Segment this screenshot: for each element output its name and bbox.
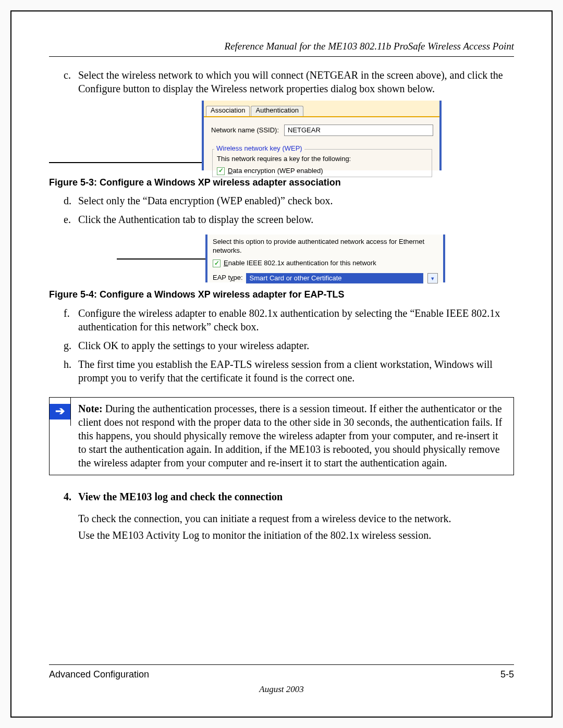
step-e: e. Click the Authentication tab to displ… bbox=[49, 213, 514, 226]
eap-type-select[interactable]: Smart Card or other Certificate bbox=[246, 273, 423, 283]
ieee-checkbox-label: Enable IEEE 802.1x authentication for th… bbox=[224, 259, 376, 268]
wep-checkbox-label: DData encryption (WEP enabled)ata encryp… bbox=[228, 167, 323, 176]
step-text: Configure the wireless adapter to enable… bbox=[78, 306, 514, 334]
step-text: Select only the “Data encryption (WEP en… bbox=[78, 194, 514, 207]
running-header: Reference Manual for the ME103 802.11b P… bbox=[49, 41, 514, 52]
step-text: Click the Authentication tab to display … bbox=[78, 213, 514, 226]
step-text: The first time you establish the EAP-TLS… bbox=[78, 357, 514, 385]
figure-5-4-caption: Figure 5-4: Configure a Windows XP wirel… bbox=[49, 289, 514, 301]
wep-legend: Wireless network key (WEP) bbox=[214, 144, 304, 152]
page-number: 5-5 bbox=[500, 669, 514, 680]
wep-checkbox[interactable]: ✓ bbox=[217, 167, 225, 175]
step-d: d. Select only the “Data encryption (WEP… bbox=[49, 194, 514, 207]
tab-association[interactable]: Association bbox=[206, 106, 250, 116]
page-footer: Advanced Configuration 5-5 August 2003 bbox=[49, 664, 514, 695]
note-text: Note: During the authentication processe… bbox=[71, 398, 513, 475]
xp-auth-dialog: Select this option to provide authentica… bbox=[205, 235, 445, 282]
callout-line bbox=[49, 162, 207, 163]
dialog-body: Network name (SSID): NETGEAR Wireless ne… bbox=[204, 117, 439, 177]
step-4-heading: 4. View the ME103 log and check the conn… bbox=[49, 486, 514, 507]
figure-5-4: Select this option to provide authentica… bbox=[49, 235, 514, 282]
figure-5-3-caption: Figure 5-3: Configure a Windows XP wirel… bbox=[49, 177, 514, 189]
footer-section: Advanced Configuration bbox=[49, 669, 149, 680]
step-text: Click OK to apply the settings to your w… bbox=[78, 339, 514, 352]
list-marker: c. bbox=[49, 68, 78, 95]
ieee-checkbox[interactable]: ✓ bbox=[213, 260, 221, 267]
chevron-down-icon[interactable]: ▾ bbox=[427, 273, 438, 283]
wep-fieldset: This network requires a key for the foll… bbox=[212, 149, 432, 177]
step-f: f. Configure the wireless adapter to ena… bbox=[49, 306, 514, 334]
xp-association-dialog: Association Authentication Network name … bbox=[202, 101, 442, 170]
document-page: Reference Manual for the ME103 802.11b P… bbox=[10, 10, 553, 718]
list-marker: 4. bbox=[49, 490, 78, 503]
note-label: Note: bbox=[78, 403, 103, 414]
header-rule bbox=[49, 56, 514, 57]
step-g: g. Click OK to apply the settings to you… bbox=[49, 339, 514, 352]
tab-bar: Association Authentication bbox=[204, 101, 439, 117]
eap-type-label: EAP type:EAP type: bbox=[213, 274, 243, 282]
callout-line bbox=[117, 258, 211, 260]
note-box: ➔ Note: During the authentication proces… bbox=[49, 397, 514, 475]
list-marker: d. bbox=[49, 194, 78, 207]
step-4-p2: Use the ME103 Activity Log to monitor th… bbox=[78, 528, 514, 542]
step-text: Select the wireless network to which you… bbox=[78, 68, 514, 95]
auth-intro: Select this option to provide authentica… bbox=[213, 238, 438, 255]
step-c: c. Select the wireless network to which … bbox=[49, 68, 514, 95]
list-marker: g. bbox=[49, 339, 78, 352]
list-marker: e. bbox=[49, 213, 78, 226]
ssid-label: Network name (SSID): bbox=[211, 126, 284, 135]
list-marker: f. bbox=[49, 306, 78, 334]
ssid-input[interactable]: NETGEAR bbox=[284, 125, 433, 136]
body-content: c. Select the wireless network to which … bbox=[49, 68, 514, 542]
step-h: h. The first time you establish the EAP-… bbox=[49, 357, 514, 385]
footer-date: August 2003 bbox=[49, 684, 514, 695]
arrow-right-icon: ➔ bbox=[50, 404, 70, 419]
footer-rule bbox=[49, 664, 514, 665]
figure-5-3: Association Authentication Network name … bbox=[49, 101, 514, 170]
list-marker: h. bbox=[49, 357, 78, 385]
step-4-p1: To check the connection, you can initiat… bbox=[78, 512, 514, 525]
tab-authentication[interactable]: Authentication bbox=[251, 106, 303, 116]
requires-text: This network requires a key for the foll… bbox=[217, 155, 427, 164]
step-4-title: View the ME103 log and check the connect… bbox=[78, 490, 514, 503]
